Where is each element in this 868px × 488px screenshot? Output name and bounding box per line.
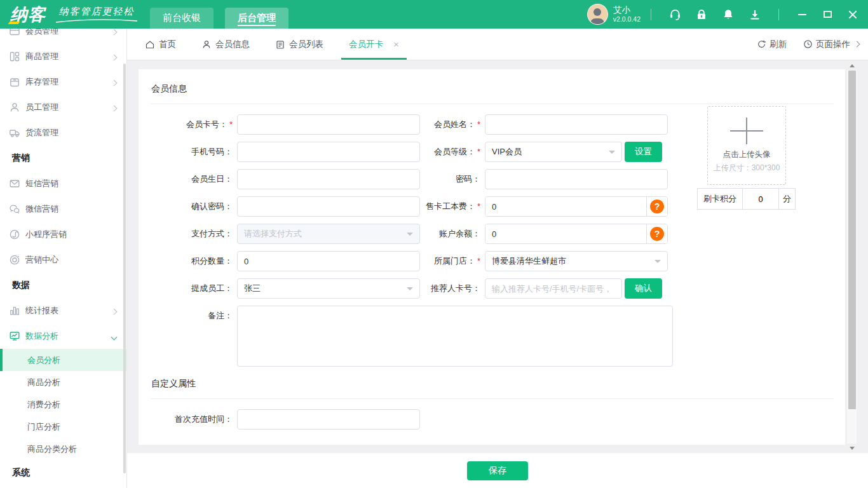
sidebar-item-miniprogram-marketing[interactable]: 小程序营销 [0,222,126,247]
lock-icon[interactable] [695,8,709,22]
save-button[interactable]: 保存 [467,461,528,480]
balance-help[interactable]: ? [646,224,667,243]
goods-icon [9,51,20,62]
balance-input[interactable] [485,224,646,243]
target-icon [9,254,20,266]
required-mark: * [229,119,233,129]
sidebar-item-data-analysis[interactable]: 数据分析 [0,323,126,349]
sidebar-item-goods-manage[interactable]: 商品管理 [0,44,126,69]
logo-text: 纳客 [10,5,46,24]
window-minimize-button[interactable] [796,8,808,21]
swipe-points-unit: 分 [778,188,796,210]
user-avatar[interactable] [587,4,608,25]
avatar-body [590,18,604,25]
member-name-input[interactable] [485,114,668,135]
user-meta: 艾小 v2.0.0.42 [613,5,641,24]
sidebar-item-logistics-manage[interactable]: 货流管理 [0,120,126,146]
sidebar-item-store-analysis[interactable]: 门店分析 [0,416,126,438]
swipe-points-input[interactable] [743,194,778,204]
tab-label: 首页 [159,39,176,50]
tab-member-list[interactable]: 会员列表 [275,29,323,60]
sidebar-item-staff-manage[interactable]: 员工管理 [0,95,126,120]
download-icon[interactable] [748,8,762,22]
remark-textarea[interactable] [237,306,673,367]
sidebar-label: 微信营销 [25,203,58,215]
sidebar-scrollbar[interactable] [123,64,126,473]
help-icon[interactable]: ? [650,200,664,214]
avatar-upload-box[interactable]: 点击上传头像 上传尺寸：300*300 [707,106,786,185]
pay-method-select[interactable]: 请选择支付方式 [237,224,420,244]
refresh-button[interactable]: 刷新 [757,39,787,50]
commission-staff-label: 提成员工： [151,283,233,294]
tab-home[interactable]: 首页 [145,29,176,60]
maximize-icon [824,11,832,18]
card-fee-help[interactable]: ? [646,197,667,216]
level-setting-button[interactable]: 设置 [625,142,662,162]
window-close-button[interactable] [846,8,859,21]
password-label: 密码： [420,173,480,185]
commission-staff-select[interactable]: 张三 [237,278,420,299]
divider [151,104,834,104]
card-no-input[interactable] [237,114,420,135]
phone-input[interactable] [237,142,420,162]
section-title-custom-attrs: 自定义属性 [151,378,845,390]
required-mark: * [477,119,480,129]
support-headset-icon[interactable] [668,8,682,22]
store-select[interactable]: 博爱县清华生鲜超市 [485,251,668,271]
sidebar-item-marketing-center[interactable]: 营销中心 [0,247,126,273]
sidebar-item-consume-analysis[interactable]: 消费分析 [0,393,126,416]
member-level-select[interactable]: VIP会员 [485,142,622,162]
sidebar-label: 会员分析 [27,355,60,366]
chevron-right-icon [112,103,116,112]
sidebar-item-goods-analysis[interactable]: 商品分析 [0,371,126,393]
first-recharge-input[interactable] [237,409,420,430]
minimize-icon [798,14,806,15]
tab-close-icon[interactable]: × [393,39,399,50]
sidebar-section-data: 数据 [0,273,126,298]
swipe-points-group: 刷卡积分 分 [697,188,796,210]
sidebar-item-category-analysis[interactable]: 商品分类分析 [0,438,126,460]
sidebar-item-member-manage[interactable]: 会员管理 [0,29,126,44]
caret-down-icon [609,151,615,157]
pay-method-placeholder: 请选择支付方式 [244,228,407,240]
scroll-up-button[interactable] [847,60,857,70]
sidebar-item-statistic-reports[interactable]: 统计报表 [0,298,126,323]
sidebar-label: 数据分析 [25,330,58,342]
sidebar-item-stock-manage[interactable]: 库存管理 [0,69,126,95]
front-cashier-button[interactable]: 前台收银 [150,8,214,29]
window-maximize-button[interactable] [821,8,834,21]
member-level-label: 会员等级：* [420,146,480,158]
tab-bar: 首页 会员信息 会员列表 会员开卡 × 刷新 [127,29,868,60]
chevron-right-icon [112,29,116,36]
help-icon[interactable]: ? [650,227,664,241]
section-label: 数据 [12,280,30,291]
upload-size-hint: 上传尺寸：300*300 [714,163,780,173]
content-scrollbar[interactable] [847,60,857,453]
content-area: 会员信息 会员卡号：* 会员姓名：* 手机号码： 会员等级：* [127,60,868,453]
password-input[interactable] [485,169,668,189]
points-input[interactable] [237,251,420,271]
referrer-confirm-button[interactable]: 确认 [625,278,662,299]
scroll-down-button[interactable] [847,444,857,453]
triangle-up-icon [850,62,855,67]
referrer-input[interactable] [485,278,622,299]
top-bar: 纳客 纳客管店更轻松 前台收银 后台管理 艾小 v2.0.0.42 [0,0,868,29]
notification-bell-icon[interactable] [721,8,735,22]
backend-manage-button[interactable]: 后台管理 [225,8,288,29]
sidebar-item-sms-marketing[interactable]: 短信营销 [0,171,126,196]
sidebar-item-wechat-marketing[interactable]: 微信营销 [0,196,126,222]
staff-person-icon [9,102,20,113]
upload-text: 点击上传头像 [723,149,771,160]
sidebar-label: 门店分析 [27,421,60,433]
birthday-input[interactable] [237,169,420,189]
tab-label: 会员开卡 [349,39,383,50]
home-icon [145,39,155,50]
tab-member-info[interactable]: 会员信息 [201,29,250,60]
sidebar-item-member-analysis[interactable]: 会员分析 [0,349,126,371]
scrollbar-thumb[interactable] [848,71,856,409]
tab-member-open-card[interactable]: 会员开卡 × [349,29,399,60]
caret-down-icon [654,260,661,266]
page-operations-button[interactable]: 页面操作 [803,39,859,50]
card-fee-input[interactable] [485,197,646,216]
confirm-password-input[interactable] [237,196,420,217]
